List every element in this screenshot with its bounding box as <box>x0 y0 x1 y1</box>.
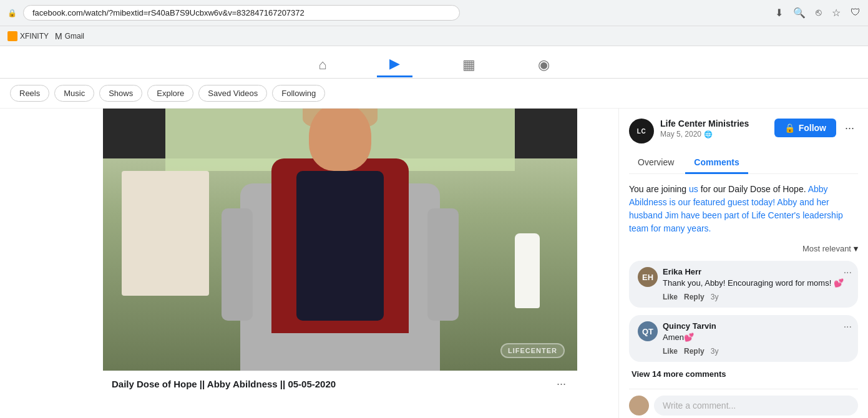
lock-follow-icon: 🔒 <box>784 123 795 133</box>
bookmark-xfinity[interactable]: XFINITY <box>7 31 49 41</box>
comment-input[interactable]: Write a comment... <box>654 396 858 416</box>
comment-2-like[interactable]: Like <box>663 347 678 356</box>
channel-avatar: LC <box>629 119 654 143</box>
sort-row: Most relevant ▾ <box>629 244 858 253</box>
extension-icon[interactable]: 🛡 <box>851 7 861 19</box>
comment-1-like[interactable]: Like <box>663 293 678 301</box>
comment-2-actions: Like Reply 3y <box>663 347 849 356</box>
view-more-comments[interactable]: View 14 more comments <box>629 369 858 379</box>
filter-explore[interactable]: Explore <box>147 85 193 102</box>
video-title-bar: Daily Dose of Hope || Abby Abildness || … <box>103 371 577 397</box>
video-container[interactable]: LIFECENTER <box>103 109 577 371</box>
lock-icon: 🔒 <box>7 9 17 17</box>
scene-table <box>122 171 209 296</box>
nav-watch-icon[interactable]: ▶ <box>377 52 412 77</box>
comment-1-more[interactable]: ··· <box>844 267 852 278</box>
channel-info: LC Life Center Ministries May 5, 2020 🌐 <box>629 119 749 143</box>
filter-music[interactable]: Music <box>54 85 94 102</box>
write-comment-row: Write a comment... <box>629 389 858 416</box>
comment-1-actions: Like Reply 3y <box>663 293 849 301</box>
bookmark-gmail[interactable]: M Gmail <box>55 31 84 41</box>
video-title: Daily Dose of Hope || Abby Abildness || … <box>112 379 336 389</box>
bookmarks-bar: XFINITY M Gmail <box>0 26 868 46</box>
tab-switcher: Overview Comments <box>629 152 858 174</box>
bookmark-icon[interactable]: ☆ <box>832 7 841 19</box>
main-content: LIFECENTER Daily Dose of Hope || Abby Ab… <box>0 109 868 418</box>
description: You are joining us for our Daily Dose of… <box>629 183 858 235</box>
scene-vase <box>515 233 540 308</box>
desc-link-abby[interactable]: Abby Abildness is our featured guest tod… <box>629 184 843 233</box>
scene-head <box>309 109 371 171</box>
browser-actions: ⬇ 🔍 ⎋ ☆ 🛡 <box>775 7 861 19</box>
filter-shows[interactable]: Shows <box>99 85 142 102</box>
video-more-button[interactable]: ··· <box>554 377 568 391</box>
gmail-icon: M <box>55 31 62 41</box>
right-panel: LC Life Center Ministries May 5, 2020 🌐 … <box>618 109 868 418</box>
video-area: LIFECENTER Daily Dose of Hope || Abby Ab… <box>0 109 618 418</box>
comment-1-author: Erika Herr <box>663 267 849 276</box>
comment-2-time: 3y <box>711 347 719 356</box>
comment-1-time: 3y <box>711 293 719 301</box>
comment-1: EH Erika Herr Thank you, Abby! Encouragi… <box>629 261 858 308</box>
filter-following[interactable]: Following <box>272 85 325 102</box>
xfinity-label: XFINITY <box>20 32 49 41</box>
comment-2: QT Quincy Tarvin Amen💕 Like Reply 3y ··· <box>629 315 858 362</box>
xfinity-icon <box>7 31 17 41</box>
comment-1-body: Erika Herr Thank you, Abby! Encouraging … <box>663 267 849 301</box>
video-watermark: LIFECENTER <box>500 343 565 358</box>
nav-gaming-icon[interactable]: ◉ <box>525 53 562 77</box>
comment-1-text: Thank you, Abby! Encouraging word for mo… <box>663 278 849 289</box>
comment-2-text: Amen💕 <box>663 332 849 343</box>
nav-home-icon[interactable]: ⌂ <box>306 53 339 77</box>
channel-more-button[interactable]: ··· <box>841 119 858 137</box>
globe-icon: 🌐 <box>704 130 713 139</box>
channel-date: May 5, 2020 🌐 <box>660 130 749 139</box>
download-icon[interactable]: ⬇ <box>775 7 783 19</box>
commenter-avatar <box>629 396 649 416</box>
filter-reels[interactable]: Reels <box>10 85 49 102</box>
share-icon[interactable]: ⎋ <box>816 7 822 19</box>
comment-2-body: Quincy Tarvin Amen💕 Like Reply 3y <box>663 321 849 356</box>
browser-chrome: 🔒 facebook.com/watch/?mibextid=rS40aB7S9… <box>0 0 868 26</box>
channel-header: LC Life Center Ministries May 5, 2020 🌐 … <box>629 119 858 143</box>
tab-overview[interactable]: Overview <box>629 152 683 174</box>
comment-2-author: Quincy Tarvin <box>663 321 849 331</box>
comment-1-reply[interactable]: Reply <box>684 293 705 301</box>
comment-2-more[interactable]: ··· <box>844 321 852 333</box>
gmail-label: Gmail <box>65 32 84 41</box>
facebook-page: ⌂ ▶ ▦ ◉ Reels Music Shows Explore Saved … <box>0 46 868 418</box>
filter-saved-videos[interactable]: Saved Videos <box>198 85 267 102</box>
nav-marketplace-icon[interactable]: ▦ <box>450 53 488 77</box>
comment-2-avatar: QT <box>638 321 658 341</box>
sort-label: Most relevant <box>802 244 851 253</box>
scene-body <box>271 158 409 333</box>
desc-link-us[interactable]: us <box>689 184 698 194</box>
comment-2-reply[interactable]: Reply <box>684 347 705 356</box>
filter-bar: Reels Music Shows Explore Saved Videos F… <box>0 79 868 109</box>
sort-dropdown[interactable]: ▾ <box>854 244 858 253</box>
channel-meta: Life Center Ministries May 5, 2020 🌐 <box>660 119 749 139</box>
channel-name: Life Center Ministries <box>660 119 749 129</box>
url-bar[interactable]: facebook.com/watch/?mibextid=rS40aB7S9Uc… <box>23 5 460 21</box>
top-nav: ⌂ ▶ ▦ ◉ <box>0 46 868 79</box>
follow-label: Follow <box>799 123 826 133</box>
comment-1-avatar: EH <box>638 267 658 287</box>
follow-button[interactable]: 🔒 Follow <box>774 119 836 137</box>
search-icon[interactable]: 🔍 <box>793 7 806 19</box>
channel-actions: 🔒 Follow ··· <box>774 119 858 137</box>
tab-comments[interactable]: Comments <box>685 152 748 174</box>
video-scene: LIFECENTER <box>103 109 577 371</box>
